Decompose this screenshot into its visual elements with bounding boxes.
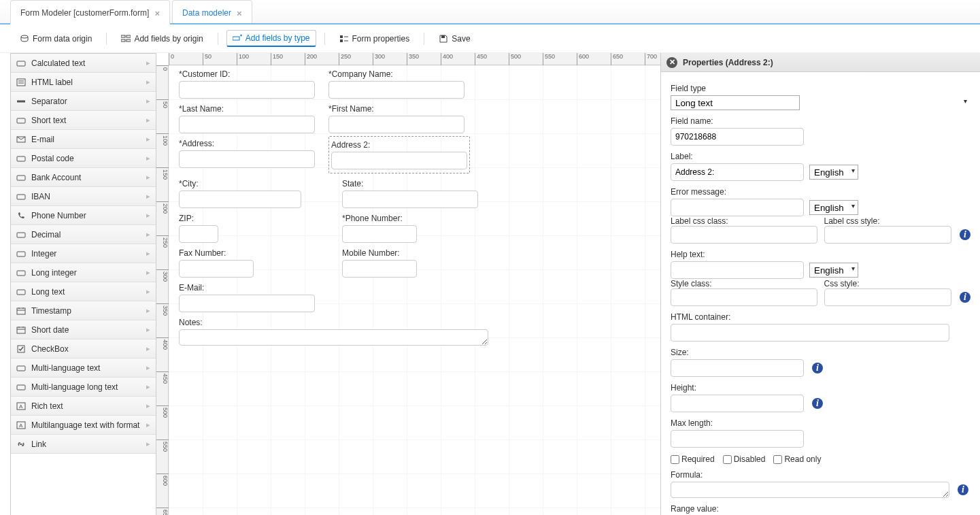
- palette-item[interactable]: Long integer▸: [11, 263, 156, 282]
- help-text-input[interactable]: [671, 261, 804, 279]
- mobile-input[interactable]: [342, 260, 417, 278]
- height-input[interactable]: [671, 395, 804, 412]
- company-name-input[interactable]: [328, 81, 464, 99]
- field-type-icon: [16, 97, 26, 105]
- field-type-icon: [16, 383, 26, 391]
- field-palette: Calculated text▸HTML label▸Separator▸Sho…: [10, 53, 156, 515]
- label-lang-select[interactable]: English: [809, 165, 858, 180]
- style-class-input[interactable]: [671, 288, 817, 306]
- label-css-class-input[interactable]: [671, 226, 817, 244]
- tab-form-modeler[interactable]: Form Modeler [customerForm.form] ×: [10, 0, 170, 24]
- label-input[interactable]: [671, 163, 804, 181]
- size-input[interactable]: [671, 359, 804, 377]
- required-checkbox[interactable]: Required: [671, 454, 715, 464]
- palette-item-label: Decimal: [31, 230, 61, 239]
- palette-item[interactable]: Multi-language text▸: [11, 359, 156, 378]
- palette-item[interactable]: HTML label▸: [11, 73, 156, 92]
- customer-id-input[interactable]: [179, 81, 315, 99]
- separator: [218, 33, 218, 45]
- notes-input[interactable]: [179, 329, 488, 346]
- svg-rect-31: [17, 327, 25, 333]
- formula-input[interactable]: [671, 482, 949, 498]
- field-type-icon: [16, 364, 26, 372]
- palette-item-label: Short date: [31, 325, 69, 335]
- disabled-checkbox[interactable]: Disabled: [723, 454, 766, 464]
- palette-item[interactable]: CheckBox▸: [11, 339, 156, 359]
- palette-item[interactable]: Calculated text▸: [11, 54, 156, 73]
- palette-item[interactable]: IBAN▸: [11, 187, 156, 206]
- prop-label: Formula:: [671, 470, 970, 480]
- form-properties-button[interactable]: Form properties: [333, 31, 416, 47]
- css-style-input[interactable]: [824, 288, 952, 306]
- palette-item[interactable]: Postal code▸: [11, 149, 156, 168]
- info-icon[interactable]: i: [958, 484, 968, 495]
- fax-input[interactable]: [179, 260, 254, 278]
- info-icon[interactable]: i: [812, 398, 823, 409]
- save-button[interactable]: Save: [433, 31, 476, 47]
- flag-icon: ▸: [146, 344, 150, 353]
- email-input[interactable]: [179, 295, 315, 312]
- html-container-input[interactable]: [671, 324, 949, 342]
- palette-item[interactable]: Timestamp▸: [11, 301, 156, 320]
- field-type-select[interactable]: Long text: [671, 95, 800, 110]
- palette-item[interactable]: Separator▸: [11, 92, 156, 111]
- address-input[interactable]: [179, 150, 315, 168]
- field-type-icon: [16, 59, 26, 67]
- palette-item[interactable]: AMultilanguage text with format▸: [11, 416, 156, 435]
- palette-item-label: Separator: [31, 97, 67, 106]
- palette-item[interactable]: Short date▸: [11, 320, 156, 339]
- add-fields-by-type-button[interactable]: Add fields by type: [226, 30, 316, 47]
- phone-input[interactable]: [342, 225, 417, 243]
- palette-item[interactable]: Decimal▸: [11, 225, 156, 244]
- palette-item[interactable]: Link▸: [11, 435, 156, 454]
- palette-item[interactable]: ARich text▸: [11, 397, 156, 416]
- close-icon[interactable]: ×: [154, 8, 160, 18]
- flag-icon: ▸: [146, 268, 150, 277]
- tab-data-modeler[interactable]: Data modeler ×: [172, 0, 252, 23]
- state-input[interactable]: [342, 190, 478, 208]
- palette-item[interactable]: Short text▸: [11, 111, 156, 130]
- field-label: Mobile Number:: [342, 248, 417, 258]
- error-message-input[interactable]: [671, 199, 804, 216]
- palette-item[interactable]: Integer▸: [11, 244, 156, 263]
- field-label: *First Name:: [328, 104, 464, 114]
- form-canvas[interactable]: *Customer ID: *Company Name: *Last Name:…: [169, 65, 660, 515]
- flag-icon: ▸: [146, 325, 150, 334]
- close-icon[interactable]: ×: [237, 8, 242, 18]
- add-fields-by-origin-button[interactable]: Add fields by origin: [115, 31, 209, 47]
- palette-item[interactable]: Bank Account▸: [11, 168, 156, 187]
- field-name-input[interactable]: [671, 128, 804, 146]
- last-name-input[interactable]: [179, 116, 315, 133]
- palette-item[interactable]: E-mail▸: [11, 130, 156, 149]
- info-icon[interactable]: i: [960, 229, 970, 240]
- palette-item[interactable]: Multi-language long text▸: [11, 378, 156, 397]
- help-lang-select[interactable]: English: [809, 263, 858, 278]
- palette-item[interactable]: Phone Number▸: [11, 206, 156, 225]
- flag-icon: ▸: [146, 439, 150, 448]
- max-length-input[interactable]: [671, 430, 804, 448]
- address2-input[interactable]: [331, 152, 467, 169]
- info-icon[interactable]: i: [812, 363, 823, 373]
- palette-item-label: Multi-language text: [31, 363, 100, 373]
- city-input[interactable]: [179, 190, 301, 208]
- button-label: Add fields by origin: [134, 34, 203, 44]
- palette-item-label: Rich text: [31, 401, 63, 411]
- palette-item[interactable]: Long text▸: [11, 282, 156, 301]
- form-data-origin-button[interactable]: Form data origin: [14, 31, 98, 47]
- label-css-style-input[interactable]: [824, 226, 952, 244]
- first-name-input[interactable]: [328, 116, 464, 133]
- close-icon[interactable]: ✕: [666, 57, 677, 68]
- error-lang-select[interactable]: English: [809, 200, 858, 215]
- properties-icon: [339, 35, 349, 43]
- field-type-icon: [16, 212, 26, 220]
- svg-rect-4: [126, 39, 131, 41]
- readonly-checkbox[interactable]: Read only: [773, 454, 821, 464]
- info-icon[interactable]: i: [960, 292, 970, 303]
- field-type-icon: [16, 440, 26, 448]
- flag-icon: ▸: [146, 116, 150, 124]
- field-type-icon: A: [16, 402, 26, 410]
- zip-input[interactable]: [179, 225, 218, 243]
- selected-field-address2[interactable]: Address 2:: [328, 136, 470, 173]
- svg-rect-20: [17, 156, 25, 161]
- field-label: *Customer ID:: [179, 69, 315, 79]
